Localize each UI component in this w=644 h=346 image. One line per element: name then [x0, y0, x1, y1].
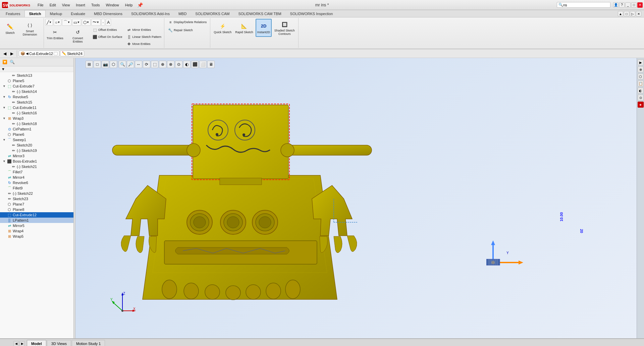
- vp-icon8[interactable]: ⊙: [175, 61, 182, 68]
- prev-view-btn[interactable]: ◀: [13, 341, 19, 346]
- circle-tool-dropdown[interactable]: ○ ▼: [54, 19, 61, 26]
- tab-sw-addins[interactable]: SOLIDWORKS Add-Ins: [127, 10, 174, 17]
- tree-item-sketch19[interactable]: ✏ (-) Sketch19: [0, 148, 73, 153]
- linear-sketch-pattern-button[interactable]: ⣿ Linear Sketch Pattern: [125, 34, 163, 40]
- tab-sw-cam[interactable]: SOLIDWORKS CAM: [191, 10, 234, 17]
- menu-help[interactable]: Help: [122, 2, 136, 8]
- tree-item-lpattern1[interactable]: ⣿ LPattern1: [0, 218, 73, 223]
- tree-item-wrap4[interactable]: ⊞ Wrap4: [0, 228, 73, 234]
- tree-item-plane6[interactable]: ⬡ Plane6: [0, 132, 73, 137]
- vp-icon12[interactable]: 🖥: [207, 61, 215, 68]
- pin-icon[interactable]: 📌: [136, 2, 144, 8]
- search-box[interactable]: 🔍: [557, 2, 610, 8]
- right-panel-btn4[interactable]: 📋: [638, 80, 644, 86]
- tree-item-cut-extrude12[interactable]: ⬚ Cut-Extrude12: [0, 212, 73, 218]
- tree-item-revolve6[interactable]: ↻ Revolve6: [0, 180, 73, 185]
- vp-icon10[interactable]: ⬛: [191, 61, 199, 68]
- ribbon-expand-icon[interactable]: ▷: [630, 11, 635, 16]
- tab-3d-views[interactable]: 3D Views: [47, 340, 71, 346]
- tab-sw-cam-tbm[interactable]: SOLIDWORKS CAM TBM: [234, 10, 285, 17]
- ribbon-close-icon[interactable]: ✕: [636, 11, 641, 16]
- next-view-btn[interactable]: ▶: [19, 341, 25, 346]
- vp-view-orientation-icon[interactable]: ⊞: [86, 61, 93, 68]
- tree-item-fillet7[interactable]: ⌒ Fillet7: [0, 169, 73, 175]
- display-delete-relations-button[interactable]: ≡ Display/Delete Relations: [166, 19, 208, 25]
- expand-revolve5[interactable]: ▼: [3, 95, 7, 99]
- tree-item-mirror4[interactable]: ⇌ Mirror4: [0, 175, 73, 180]
- close-btn[interactable]: ✕: [637, 2, 643, 8]
- tree-item-plane7[interactable]: ⬡ Plane7: [0, 201, 73, 207]
- tree-item-sketch20[interactable]: ✏ Sketch20: [0, 142, 73, 148]
- expand-cut-extrude11[interactable]: ▼: [3, 106, 7, 109]
- tree-search-icon[interactable]: 🔍: [9, 59, 15, 65]
- vp-icon4[interactable]: ⟳: [143, 61, 150, 68]
- tree-item-cirpattern1[interactable]: ⊙ CirPattern1: [0, 126, 73, 132]
- right-panel-btn5[interactable]: ◐: [638, 88, 644, 94]
- tab-evaluate[interactable]: Evaluate: [66, 10, 90, 17]
- tree-item-mirror3[interactable]: ⇌ Mirror3: [0, 153, 73, 159]
- tree-item-plane5[interactable]: ⬡ Plane5: [0, 78, 73, 83]
- vp-icon2[interactable]: 🔎: [127, 61, 134, 68]
- right-panel-btn7[interactable]: ★: [638, 102, 644, 108]
- vp-icon7[interactable]: ⊗: [167, 61, 174, 68]
- trim-entities-button[interactable]: ✂ Trim Entities: [45, 26, 65, 41]
- tab-mbd[interactable]: MBD: [174, 10, 191, 17]
- vp-section-view-icon[interactable]: □: [94, 61, 101, 68]
- quick-sketch-button[interactable]: ⚡ Quick Sketch: [212, 19, 233, 37]
- tab-motion-study[interactable]: Motion Study 1: [72, 340, 105, 346]
- spline-tool-dropdown[interactable]: 〜 ▼: [91, 19, 101, 26]
- tree-item-sketch16[interactable]: ✏ (-) Sketch16: [0, 110, 73, 116]
- minimize-btn[interactable]: _: [625, 2, 631, 8]
- text-tool[interactable]: A: [106, 19, 111, 26]
- tree-item-fillet9[interactable]: ⌒ Fillet9: [0, 185, 73, 191]
- right-panel-btn1[interactable]: ▶: [638, 59, 644, 65]
- search-input[interactable]: [563, 3, 607, 7]
- tree-item-wrap5[interactable]: ⊞ Wrap5: [0, 234, 73, 239]
- tab-markup[interactable]: Markup: [46, 10, 67, 17]
- forward-button[interactable]: ▶: [8, 50, 15, 57]
- sketch-button[interactable]: ✏️ Sketch: [3, 19, 17, 38]
- tree-item-cut-extrude7[interactable]: ▼ ⬚ Cut-Extrude7: [0, 83, 73, 89]
- help-btn[interactable]: ?: [619, 2, 625, 8]
- tree-item-sketch23[interactable]: ✏ Sketch23: [0, 196, 73, 201]
- point-tool[interactable]: ·: [101, 19, 105, 26]
- vp-icon6[interactable]: ⊕: [159, 61, 166, 68]
- tab-mbd-dimensions[interactable]: MBD Dimensions: [90, 10, 127, 17]
- shaded-sketch-contours-button[interactable]: 🔲 Shaded Sketch Contours: [273, 19, 296, 37]
- menu-tools[interactable]: Tools: [89, 2, 103, 8]
- move-entities-button[interactable]: ✥ Move Entities: [125, 41, 163, 47]
- breadcrumb-bar[interactable]: 📦 ◀ Cut-Extrude12: [19, 51, 59, 56]
- maximize-btn[interactable]: □: [631, 2, 637, 8]
- expand-cut-extrude7[interactable]: ▼: [3, 84, 7, 88]
- vp-icon11[interactable]: ⬜: [199, 61, 207, 68]
- tab-features[interactable]: Features: [1, 10, 24, 17]
- expand-wrap3[interactable]: ▼: [3, 117, 7, 120]
- breadcrumb-sketch24[interactable]: ✏️ Sketch24: [60, 51, 84, 56]
- right-panel-btn3[interactable]: ⬡: [638, 73, 644, 79]
- back-button[interactable]: ◀: [1, 50, 8, 57]
- breadcrumb-item1[interactable]: Cut-Extrude12: [29, 52, 53, 56]
- expand-boss-extrude1[interactable]: ▼: [3, 160, 7, 163]
- tree-item-mirror5[interactable]: ⇌ Mirror5: [0, 223, 73, 228]
- menu-insert[interactable]: Insert: [73, 2, 88, 8]
- rapid-sketch-button[interactable]: 📐 Rapid Sketch: [234, 19, 255, 37]
- arc-tool-dropdown[interactable]: ⌒ ▼: [62, 19, 71, 26]
- vp-icon5[interactable]: ⬚: [151, 61, 158, 68]
- vp-icon3[interactable]: ↔: [135, 61, 142, 68]
- tree-item-boss-extrude1[interactable]: ▼ ⬛ Boss-Extrude1: [0, 159, 73, 164]
- offset-entities-button[interactable]: ⬚ Offset Entities: [91, 26, 124, 33]
- menu-window[interactable]: Window: [103, 2, 122, 8]
- viewport[interactable]: ⊞ □ 📷 ⬡ 🔍 🔎 ↔ ⟳ ⬚ ⊕ ⊗ ⊙ ◐ ⬛ ⬜ 🖥: [75, 58, 644, 338]
- menu-view[interactable]: View: [59, 2, 73, 8]
- convert-entities-button[interactable]: ↺ Convert Entities: [66, 26, 90, 45]
- tab-sw-inspection[interactable]: SOLIDWORKS Inspection: [286, 10, 337, 17]
- ribbon-minimize-icon[interactable]: ▲: [618, 11, 623, 16]
- tree-item-sketch15[interactable]: ✏ Sketch15: [0, 100, 73, 105]
- tree-item-wrap3[interactable]: ▼ ⊞ Wrap3: [0, 116, 73, 121]
- polygon-tool-dropdown[interactable]: ⬡ ▼: [82, 19, 91, 26]
- tree-item-plane8[interactable]: ⬡ Plane8: [0, 207, 73, 212]
- tree-content[interactable]: ✏ Sketch13 ⬡ Plane5 ▼ ⬚ Cut-Extrude7 ✏ (…: [0, 72, 73, 338]
- line-tool-dropdown[interactable]: ╱ ▼: [45, 19, 53, 26]
- menu-edit[interactable]: Edit: [47, 2, 59, 8]
- expand-sweep1[interactable]: ▼: [3, 138, 7, 141]
